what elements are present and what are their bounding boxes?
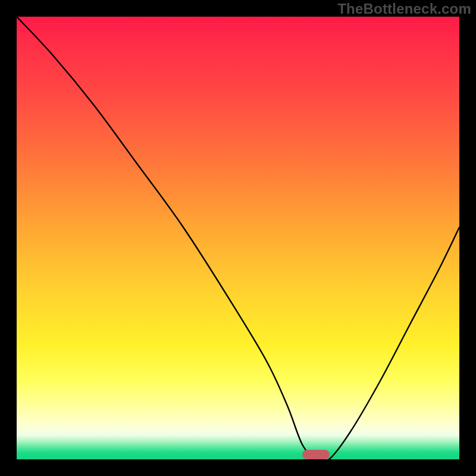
plot-area [17,17,459,459]
chart-frame: TheBottleneck.com [0,0,476,476]
watermark-text: TheBottleneck.com [337,1,471,17]
minimum-marker [302,450,330,459]
curve-line [17,17,459,459]
